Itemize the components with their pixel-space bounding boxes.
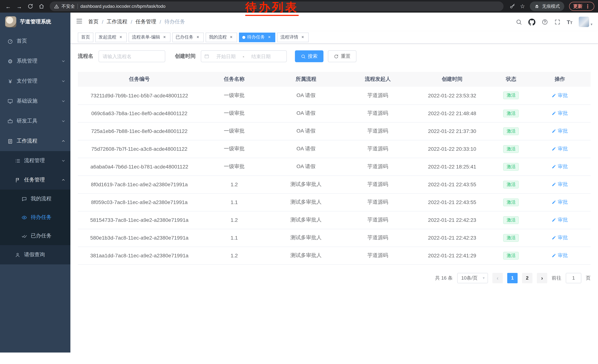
sidebar-item-my-process[interactable]: 我的流程 xyxy=(0,190,70,208)
start-date-input[interactable] xyxy=(211,54,241,59)
tab-close-icon[interactable]: × xyxy=(195,35,200,40)
browser-menu-icon[interactable]: ⋮ xyxy=(585,3,590,9)
sidebar-item-payment[interactable]: ¥ 支付管理 xyxy=(0,71,70,91)
sidebar-item-workflow[interactable]: 工作流程 xyxy=(0,131,70,151)
goto-page-input[interactable] xyxy=(566,273,581,283)
tab-3[interactable]: 已办任务× xyxy=(172,32,204,42)
page-button-1[interactable]: 1 xyxy=(507,273,518,283)
table-row: 580e1b3d-7ac8-11ec-a9e2-a2380e71991a1.1测… xyxy=(78,229,590,247)
approve-link[interactable]: 审批 xyxy=(552,92,568,99)
task-id-cell: 75d72608-7b7f-11ec-a3c8-acde48001122 xyxy=(78,140,201,158)
create-time-label: 创建时间 xyxy=(175,53,196,60)
help-icon[interactable] xyxy=(541,19,548,25)
sidebar-collapse-button[interactable] xyxy=(76,18,83,26)
fullscreen-icon[interactable] xyxy=(554,19,560,25)
approve-link[interactable]: 审批 xyxy=(552,146,568,152)
browser-back-button[interactable]: ← xyxy=(4,2,13,11)
sidebar-item-system[interactable]: ⚙ 系统管理 xyxy=(0,51,70,71)
actions-cell: 审批 xyxy=(529,87,590,105)
tab-close-icon[interactable]: × xyxy=(118,35,123,40)
breadcrumb-item-task-mgmt[interactable]: 任务管理 xyxy=(136,18,156,25)
table-row: 75d72608-7b7f-11ec-a3c8-acde48001122一级审批… xyxy=(78,140,590,158)
initiator-cell: 芋道源码 xyxy=(344,247,411,264)
toolbox-icon xyxy=(8,118,13,124)
actions-cell: 审批 xyxy=(529,193,590,211)
sidebar-item-done-task[interactable]: 已办任务 xyxy=(0,226,70,245)
caret-down-icon: ▾ xyxy=(590,22,592,27)
search-icon[interactable] xyxy=(515,19,522,25)
sidebar-item-label: 已办任务 xyxy=(31,233,51,239)
tab-label: 待办任务 xyxy=(247,34,265,40)
avatar[interactable] xyxy=(579,17,589,27)
page-button-2[interactable]: 2 xyxy=(522,273,532,283)
sidebar-item-leave-query[interactable]: 请假查询 xyxy=(0,245,70,264)
prev-page-button[interactable]: ‹ xyxy=(492,273,503,283)
tab-0[interactable]: 首页 xyxy=(78,32,93,42)
sidebar-item-todo-task[interactable]: 待办任务 xyxy=(0,208,70,226)
process-name-input[interactable] xyxy=(99,50,165,62)
browser-forward-button[interactable]: → xyxy=(15,2,24,11)
process-cell: 测试多审批人 xyxy=(267,193,344,211)
approve-link[interactable]: 审批 xyxy=(552,252,568,259)
user-menu[interactable]: ▾ xyxy=(579,17,592,27)
page-size-select[interactable]: 10条/页 ▾ xyxy=(457,273,488,283)
task-id-cell: 8f0d1619-7ac8-11ec-a9e2-a2380e71991a xyxy=(78,176,201,193)
initiator-cell: 芋道源码 xyxy=(344,105,411,122)
approve-link[interactable]: 审批 xyxy=(552,163,568,170)
sidebar: 芋道管理系统 首页 ⚙ 系统管理 ¥ 支付管理 xyxy=(0,13,70,353)
reset-button[interactable]: 重置 xyxy=(328,50,357,62)
approve-link[interactable]: 审批 xyxy=(552,199,568,205)
approve-link[interactable]: 审批 xyxy=(552,235,568,241)
calendar-icon xyxy=(204,54,209,59)
approve-link[interactable]: 审批 xyxy=(552,217,568,223)
task-id-cell: 8f059c03-7ac8-11ec-a9e2-a2380e71991a xyxy=(78,193,201,211)
flag-icon xyxy=(15,177,20,183)
sidebar-item-devtools[interactable]: 研发工具 xyxy=(0,111,70,131)
sidebar-item-infra[interactable]: 基础设施 xyxy=(0,91,70,111)
eye-icon xyxy=(22,215,27,220)
tab-label: 发起流程 xyxy=(99,34,116,40)
sidebar-item-task-mgmt[interactable]: 任务管理 xyxy=(0,170,70,190)
reset-button-label: 重置 xyxy=(341,53,350,60)
browser-refresh-button[interactable] xyxy=(26,2,35,11)
sidebar-item-home[interactable]: 首页 xyxy=(0,31,70,51)
approve-link[interactable]: 审批 xyxy=(552,128,568,134)
tab-4[interactable]: 我的流程× xyxy=(206,32,237,42)
next-page-button[interactable]: › xyxy=(537,273,547,283)
breadcrumb-item-current: 待办任务 xyxy=(164,18,185,25)
tab-close-icon[interactable]: × xyxy=(267,35,272,40)
password-key-icon[interactable] xyxy=(509,3,515,9)
tab-5[interactable]: 待办任务× xyxy=(239,32,275,42)
github-icon[interactable] xyxy=(528,18,535,25)
task-id-cell: 725a1eb6-7b88-11ec-8ef0-acde48001122 xyxy=(78,122,201,140)
status-badge: 激活 xyxy=(503,109,519,117)
tab-1[interactable]: 发起流程× xyxy=(95,32,127,42)
browser-home-button[interactable] xyxy=(37,2,46,11)
filter-form: 流程名 创建时间 - 搜索 重置 xyxy=(78,50,590,62)
breadcrumb-item-home[interactable]: 首页 xyxy=(88,18,99,25)
task-table: 任务编号 任务名称 所属流程 流程发起人 创建时间 状态 操作 73211d9d… xyxy=(78,72,590,265)
end-date-input[interactable] xyxy=(246,54,276,59)
app-logo[interactable]: 芋道管理系统 xyxy=(0,13,70,31)
breadcrumb-item-workflow[interactable]: 工作流程 xyxy=(107,18,127,25)
sidebar-item-process-mgmt[interactable]: 流程管理 xyxy=(0,151,70,170)
tab-6[interactable]: 流程详情× xyxy=(277,32,309,42)
tab-close-icon[interactable]: × xyxy=(229,35,234,40)
sidebar-item-label: 工作流程 xyxy=(17,138,37,145)
bookmark-star-icon[interactable]: ☆ xyxy=(520,3,525,10)
browser-update-button[interactable]: 更新 ⋮ xyxy=(569,2,594,11)
search-button[interactable]: 搜索 xyxy=(295,50,324,62)
approve-link[interactable]: 审批 xyxy=(552,181,568,188)
initiator-cell: 芋道源码 xyxy=(344,193,411,211)
date-range-picker[interactable]: - xyxy=(201,50,287,62)
tab-2[interactable]: 流程表单-编辑× xyxy=(129,32,170,42)
sidebar-item-label: 请假查询 xyxy=(24,251,45,258)
column-header-initiator: 流程发起人 xyxy=(344,72,411,87)
tab-close-icon[interactable]: × xyxy=(300,35,305,40)
tab-close-icon[interactable]: × xyxy=(162,35,167,40)
approve-link-label: 审批 xyxy=(558,92,568,99)
table-row: a6aba0a4-7b6d-11ec-b781-acde48001122一级审批… xyxy=(78,158,590,176)
approve-link[interactable]: 审批 xyxy=(552,110,568,117)
font-size-icon[interactable]: TT xyxy=(567,19,573,25)
column-header-created: 创建时间 xyxy=(411,72,493,87)
